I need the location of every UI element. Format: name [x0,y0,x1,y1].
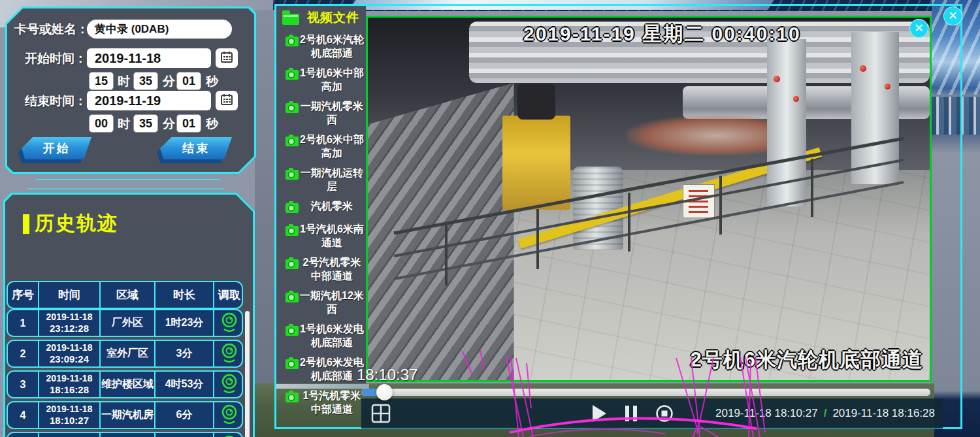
row-number-cell: 2 [8,341,38,366]
video-file-item[interactable]: 2号机6米发电机底部通 [285,355,366,383]
table-row[interactable]: 5 2019-11-18 [7,432,243,437]
folder-icon [282,14,299,25]
history-table-header: 序号 时间 区域 时长 调取 [7,281,243,309]
stop-button[interactable] [655,404,674,423]
start-date-input[interactable]: 2019-11-18 [87,48,211,68]
table-row[interactable]: 2 2019-11-18 23:09:24 室外厂区 3分 [7,340,243,368]
camera-icon [285,357,299,372]
end-hour-input[interactable]: 00 [89,114,114,133]
video-file-item[interactable]: 1号汽机零米中部通道 [285,389,366,416]
column-header-duration: 时长 [154,282,213,308]
minute-unit-label: 分 [163,116,175,133]
history-scrollbar[interactable] [245,311,250,437]
row-time-cell: 2019-11-18 [38,433,99,437]
row-time-cell: 2019-11-18 23:12:28 [38,310,99,336]
row-duration-cell: 3分 [154,341,213,366]
minute-unit-label: 分 [163,73,175,90]
webcam-icon[interactable] [219,373,240,397]
range-separator: / [824,407,827,420]
range-start-time: 2019-11-18 18:10:27 [715,407,818,420]
table-row[interactable]: 4 2019-11-18 18:10:27 一期汽机房 6分 [7,401,243,429]
history-title: 历史轨迹 [35,210,118,237]
webcam-icon[interactable] [219,312,240,335]
video-file-item[interactable]: 1号汽机6米南通道 [285,222,366,250]
row-area-cell: 厂外区 [99,310,154,336]
close-icon: ✕ [914,22,924,34]
camera-icon [285,223,299,239]
video-file-item[interactable]: 一期汽机12米西 [285,289,366,316]
row-retrieve-cell [213,372,243,397]
card-name-input[interactable]: 黄中录 (0DAB) [87,20,232,39]
progress-bar-track[interactable] [361,389,930,396]
osd-camera-name: 2号机6米汽轮机底部通道 [691,346,923,374]
row-time-cell: 2019-11-18 23:09:24 [38,341,99,366]
column-header-no: 序号 [8,282,38,308]
card-name-label: 卡号或姓名： [14,21,89,38]
start-minute-input[interactable]: 35 [133,72,158,90]
pause-button[interactable] [624,405,638,422]
end-second-input[interactable]: 01 [176,114,201,133]
video-file-label: 1号机6米中部高加 [299,66,365,93]
start-second-input[interactable]: 01 [176,72,201,90]
video-player: 2019-11-19 星期二 00:40:10 2号机6米汽轮机底部通道 ✕ [366,16,932,382]
video-file-panel: 视频文件 2号机6米汽轮机底部通 1号机6米中部高加 一期汽机零米西 2号机6米… [277,9,366,422]
row-area-cell: 一期汽机房 [99,402,154,428]
start-search-button[interactable]: 开始 [22,137,91,159]
row-area-cell: 维护楼区域 [99,372,154,397]
webcam-icon[interactable] [219,404,240,427]
row-duration-cell: 4时53分 [154,372,213,397]
end-date-input[interactable]: 2019-11-19 [87,91,211,110]
end-search-button[interactable]: 结束 [160,137,232,159]
video-file-item[interactable]: 1号机6米中部高加 [285,66,366,93]
row-area-cell [99,433,154,437]
camera-icon [285,167,299,183]
start-date-calendar-button[interactable] [216,48,238,68]
osd-datetime: 2019-11-19 星期二 00:40:10 [523,21,801,48]
video-file-item[interactable]: 一期汽机零米西 [285,99,366,127]
history-table: 序号 时间 区域 时长 调取 1 2019-11-18 23:12:28 厂外区… [7,281,243,437]
camera-icon [285,323,299,339]
video-file-title: 视频文件 [307,9,359,26]
row-area-cell: 室外厂区 [99,341,154,366]
end-date-calendar-button[interactable] [216,91,238,110]
grid-layout-button[interactable] [370,403,391,424]
start-hour-input[interactable]: 15 [89,72,114,90]
camera-icon [285,34,299,50]
video-file-label: 2号机6米中部高加 [299,133,365,160]
video-file-item[interactable]: 汽机零米 [285,199,366,216]
column-header-time: 时间 [38,282,99,308]
playback-current-time: 18:10:37 [357,366,417,384]
column-header-retrieve: 调取 [213,282,243,308]
player-close-button[interactable]: ✕ [909,19,928,38]
panel-close-button[interactable]: ✕ [943,7,962,25]
webcam-icon[interactable] [219,434,240,437]
video-file-item[interactable]: 2号机6米中部高加 [285,133,366,160]
second-unit-label: 秒 [206,116,218,133]
history-table-body: 1 2019-11-18 23:12:28 厂外区 1时23分 2 2019-1… [7,309,243,437]
video-file-label: 一期汽机12米西 [299,289,365,316]
video-file-item[interactable]: 2号汽机零米中部通道 [285,255,366,283]
video-file-label: 2号汽机零米中部通道 [299,255,365,283]
webcam-icon[interactable] [219,342,240,366]
end-minute-input[interactable]: 35 [133,114,158,133]
video-file-item[interactable]: 1号机6米发电机底部通 [285,322,366,349]
row-number-cell: 4 [8,402,38,428]
table-row[interactable]: 3 2019-11-18 18:16:28 维护楼区域 4时53分 [7,370,243,398]
range-end-time: 2019-11-18 18:16:28 [832,407,935,420]
video-file-item[interactable]: 2号机6米汽轮机底部通 [285,33,366,60]
video-file-label: 1号汽机6米南通道 [299,222,365,250]
progress-thumb[interactable] [376,384,393,400]
grid-icon [370,403,391,424]
video-file-label: 1号机6米发电机底部通 [299,322,365,349]
start-time-label: 开始时间： [25,50,87,67]
camera-icon [285,257,299,272]
camera-icon [285,134,299,150]
table-row[interactable]: 1 2019-11-18 23:12:28 厂外区 1时23分 [7,309,243,337]
column-header-area: 区域 [99,282,154,308]
row-retrieve-cell [213,341,243,366]
video-file-label: 一期汽机零米西 [299,99,365,127]
play-button[interactable] [591,404,607,423]
video-file-label: 汽机零米 [299,199,365,213]
camera-icon [285,101,299,116]
video-file-item[interactable]: 一期汽机运转层 [285,166,366,193]
